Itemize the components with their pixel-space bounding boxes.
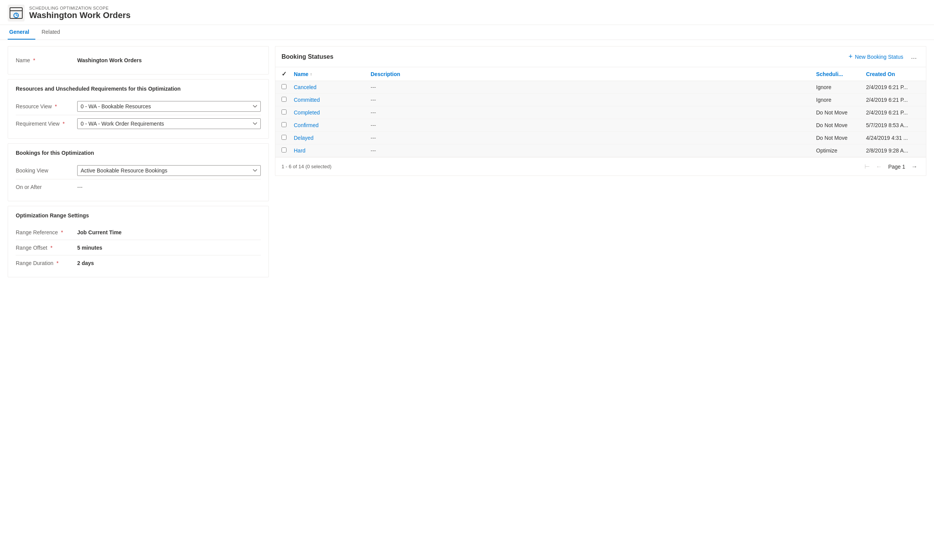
row-name-3[interactable]: Confirmed [294,122,371,128]
right-panel: Booking Statuses + New Booking Status ..… [275,46,926,277]
range-duration-row: Range Duration * 2 days [16,255,261,271]
tab-related[interactable]: Related [40,25,66,40]
row-desc-0: --- [371,84,816,90]
th-name[interactable]: Name ↑ [294,71,371,77]
row-created-4: 4/24/2019 4:31 ... [866,135,920,141]
new-booking-status-button[interactable]: + New Booking Status [845,51,906,62]
resource-view-value: 0 - WA - Bookable Resources [77,101,261,112]
row-checkbox-1[interactable] [282,97,294,103]
row-sched-0: Ignore [816,84,866,90]
booking-view-value: Active Bookable Resource Bookings [77,165,261,176]
main-content: Name * Washington Work Orders Resources … [0,40,934,283]
booking-statuses-section: Booking Statuses + New Booking Status ..… [275,46,926,176]
row-sched-5: Optimize [816,147,866,154]
row-sched-1: Ignore [816,97,866,103]
row-checkbox-4[interactable] [282,135,294,141]
row-name-4[interactable]: Delayed [294,135,371,141]
range-reference-required: * [61,229,63,235]
range-duration-value: 2 days [77,260,261,266]
booking-view-label: Booking View [16,167,77,174]
tab-bar: General Related [0,25,934,40]
row-created-0: 2/4/2019 6:21 P... [866,84,920,90]
row-checkbox-3[interactable] [282,122,294,128]
row-checkbox-0[interactable] [282,84,294,90]
table-row: Delayed --- Do Not Move 4/24/2019 4:31 .… [275,132,926,144]
booking-statuses-title: Booking Statuses [282,53,845,60]
page-info: 1 - 6 of 14 (0 selected) [282,164,862,169]
table-row: Canceled --- Ignore 2/4/2019 6:21 P... [275,81,926,94]
table-row: Completed --- Do Not Move 2/4/2019 6:21 … [275,106,926,119]
table-row: Committed --- Ignore 2/4/2019 6:21 P... [275,94,926,106]
table-row: Confirmed --- Do Not Move 5/7/2019 8:53 … [275,119,926,132]
row-created-5: 2/8/2019 9:28 A... [866,147,920,154]
table-body: Canceled --- Ignore 2/4/2019 6:21 P... C… [275,81,926,157]
row-desc-2: --- [371,109,816,116]
name-label: Name * [16,57,77,63]
th-checkbox: ✓ [282,70,294,78]
range-duration-required: * [56,260,58,266]
range-offset-value: 5 minutes [77,245,261,251]
row-sched-4: Do Not Move [816,135,866,141]
row-desc-4: --- [371,135,816,141]
app-icon [8,5,25,22]
th-scheduling[interactable]: Scheduli... [816,71,866,77]
table-footer: 1 - 6 of 14 (0 selected) ⊢ ← Page 1 → [275,157,926,176]
prev-page-button[interactable]: ← [874,162,884,172]
on-or-after-value: --- [77,184,261,190]
row-name-2[interactable]: Completed [294,109,371,116]
on-or-after-row: On or After --- [16,179,261,195]
name-value: Washington Work Orders [77,57,261,63]
bookings-section: Bookings for this Optimization Booking V… [8,143,269,201]
row-created-3: 5/7/2019 8:53 A... [866,122,920,128]
th-created-on[interactable]: Created On [866,71,920,77]
row-checkbox-5[interactable] [282,147,294,154]
booking-statuses-header: Booking Statuses + New Booking Status ..… [275,46,926,67]
sort-icon: ↑ [310,72,312,76]
booking-view-select[interactable]: Active Bookable Resource Bookings [77,165,261,176]
row-checkbox-2[interactable] [282,109,294,116]
requirement-view-select[interactable]: 0 - WA - Work Order Requirements [77,118,261,129]
page-label: Page 1 [886,164,908,170]
range-offset-row: Range Offset * 5 minutes [16,240,261,255]
range-reference-row: Range Reference * Job Current Time [16,225,261,240]
optimization-title: Optimization Range Settings [16,212,261,219]
range-offset-label: Range Offset * [16,245,77,251]
resources-title: Resources and Unscheduled Requirements f… [16,86,261,92]
first-page-button[interactable]: ⊢ [862,161,872,172]
app-title: Washington Work Orders [29,10,131,20]
row-desc-1: --- [371,97,816,103]
row-name-5[interactable]: Hard [294,147,371,154]
requirement-view-value: 0 - WA - Work Order Requirements [77,118,261,129]
resource-view-select[interactable]: 0 - WA - Bookable Resources [77,101,261,112]
more-options-button[interactable]: ... [908,51,920,62]
booking-statuses-table: ✓ Name ↑ Description Scheduli... Created… [275,67,926,176]
range-reference-label: Range Reference * [16,229,77,235]
new-booking-status-label: New Booking Status [855,54,903,60]
row-name-0[interactable]: Canceled [294,84,371,90]
name-section: Name * Washington Work Orders [8,46,269,75]
next-page-button[interactable]: → [909,162,920,172]
th-description[interactable]: Description [371,71,816,77]
requirement-view-row: Requirement View * 0 - WA - Work Order R… [16,115,261,132]
range-reference-value: Job Current Time [77,229,261,235]
th-name-label: Name [294,71,308,77]
row-name-1[interactable]: Committed [294,97,371,103]
booking-view-row: Booking View Active Bookable Resource Bo… [16,162,261,179]
app-header: SCHEDULING OPTIMIZATION SCOPE Washington… [0,0,934,25]
left-panel: Name * Washington Work Orders Resources … [8,46,269,277]
check-icon: ✓ [282,71,286,77]
optimization-section: Optimization Range Settings Range Refere… [8,206,269,277]
row-desc-5: --- [371,147,816,154]
table-header-row: ✓ Name ↑ Description Scheduli... Created… [275,67,926,81]
row-created-2: 2/4/2019 6:21 P... [866,109,920,116]
app-subtitle: SCHEDULING OPTIMIZATION SCOPE [29,6,131,10]
name-row: Name * Washington Work Orders [16,53,261,68]
row-created-1: 2/4/2019 6:21 P... [866,97,920,103]
resources-section: Resources and Unscheduled Requirements f… [8,79,269,139]
resource-view-label: Resource View * [16,103,77,109]
tab-general[interactable]: General [8,25,35,40]
requirement-view-label: Requirement View * [16,121,77,127]
on-or-after-label: On or After [16,184,77,190]
name-required: * [33,57,35,63]
table-row: Hard --- Optimize 2/8/2019 9:28 A... [275,144,926,157]
